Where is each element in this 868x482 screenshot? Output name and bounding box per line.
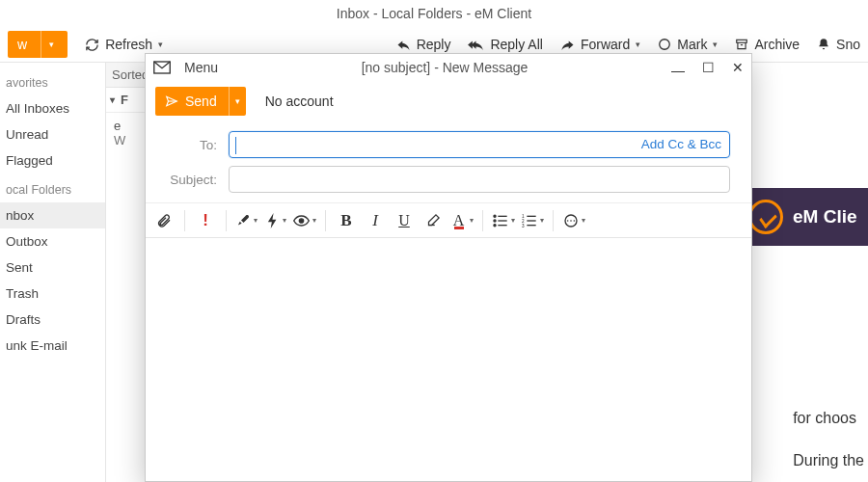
new-button[interactable]: w ▾ xyxy=(8,31,68,58)
sidebar: avorites All Inboxes Unread Flagged ocal… xyxy=(0,63,106,482)
sidebar-item-flagged[interactable]: Flagged xyxy=(0,147,105,174)
reply-icon xyxy=(396,39,411,50)
forward-icon xyxy=(560,39,575,50)
bullet-list-icon xyxy=(493,214,508,228)
brush-icon xyxy=(236,213,251,228)
eye-icon xyxy=(293,215,310,227)
reply-button[interactable]: Reply xyxy=(396,37,451,52)
more-icon xyxy=(563,213,579,228)
new-button-label: w xyxy=(8,31,35,58)
account-selector[interactable]: No account xyxy=(265,94,334,109)
to-input[interactable]: Add Cc & Bcc xyxy=(229,131,730,158)
close-button[interactable]: ✕ xyxy=(732,61,744,74)
refresh-button[interactable]: Refresh ▾ xyxy=(85,37,163,52)
svg-rect-1 xyxy=(737,40,747,42)
sidebar-section-favorites: avorites xyxy=(0,67,105,95)
chevron-down-icon[interactable]: ▾ xyxy=(283,216,286,225)
compose-title: [no subject] - New Message xyxy=(231,60,658,75)
bullet-list-button[interactable]: ▾ xyxy=(491,208,516,233)
more-format-button[interactable]: ▾ xyxy=(561,208,586,233)
chevron-down-icon[interactable]: ▾ xyxy=(582,216,585,225)
sidebar-section-local-folders: ocal Folders xyxy=(0,174,105,202)
eraser-icon xyxy=(426,213,441,228)
svg-point-0 xyxy=(660,40,670,50)
mark-button[interactable]: Mark ▾ xyxy=(658,37,718,52)
chevron-down-icon[interactable]: ▾ xyxy=(713,40,718,49)
sidebar-item-unread[interactable]: Unread xyxy=(0,121,105,147)
chevron-down-icon[interactable]: ▾ xyxy=(254,216,258,225)
subject-input[interactable] xyxy=(229,166,730,193)
svg-point-6 xyxy=(493,219,495,221)
attach-button[interactable] xyxy=(151,208,176,233)
refresh-label: Refresh xyxy=(105,37,152,52)
italic-button[interactable]: I xyxy=(363,208,388,233)
font-color-button[interactable]: A▾ xyxy=(449,208,475,233)
archive-label: Archive xyxy=(754,37,800,52)
send-icon xyxy=(165,94,178,108)
underline-button[interactable]: U xyxy=(392,208,417,233)
window-title: Inbox - Local Folders - eM Client xyxy=(0,0,868,27)
format-toolbar: ! ▾ ▾ ▾ B I U A▾ xyxy=(146,203,751,238)
date-group-label: F xyxy=(121,93,128,107)
chevron-down-icon[interactable]: ▾ xyxy=(312,216,316,225)
svg-point-4 xyxy=(493,215,495,217)
archive-button[interactable]: Archive xyxy=(735,37,800,52)
lightning-icon xyxy=(266,213,280,228)
chevron-down-icon[interactable]: ▾ xyxy=(636,40,640,49)
chevron-down-icon[interactable]: ▾ xyxy=(41,31,62,58)
svg-point-19 xyxy=(573,220,575,222)
svg-point-3 xyxy=(299,218,303,222)
priority-button[interactable]: ! xyxy=(193,208,218,233)
numbered-list-icon: 123 xyxy=(522,214,537,228)
chevron-down-icon[interactable]: ▾ xyxy=(511,216,515,225)
add-cc-bcc-link[interactable]: Add Cc & Bcc xyxy=(641,137,721,151)
read-receipt-button[interactable]: ▾ xyxy=(292,208,317,233)
svg-point-17 xyxy=(566,220,568,222)
snooze-button[interactable]: Sno xyxy=(817,37,860,52)
sidebar-item-trash[interactable]: Trash xyxy=(0,281,105,307)
compose-menu-button[interactable]: Menu xyxy=(184,60,218,75)
reader-body-text: for choos During the xyxy=(793,410,864,469)
subject-label: Subject: xyxy=(167,173,217,187)
sidebar-item-outbox[interactable]: Outbox xyxy=(0,228,105,254)
envelope-icon xyxy=(153,61,171,74)
compose-send-row: Send ▾ No account xyxy=(146,81,751,121)
compose-body-editor[interactable] xyxy=(146,238,751,481)
send-button[interactable]: Send ▾ xyxy=(155,87,246,116)
chevron-down-icon[interactable]: ▾ xyxy=(540,216,544,225)
forward-label: Forward xyxy=(581,37,630,52)
sidebar-item-inbox[interactable]: nbox xyxy=(0,202,105,228)
send-dropdown[interactable]: ▾ xyxy=(229,87,246,116)
reply-all-button[interactable]: Reply All xyxy=(468,37,542,52)
reply-label: Reply xyxy=(417,37,451,52)
numbered-list-button[interactable]: 123 ▾ xyxy=(520,208,545,233)
chevron-down-icon: ▾ xyxy=(110,94,115,105)
refresh-icon xyxy=(85,38,99,52)
brand-text: eM Clie xyxy=(793,206,857,228)
bold-button[interactable]: B xyxy=(334,208,359,233)
send-button-label: Send xyxy=(185,94,217,109)
sidebar-item-drafts[interactable]: Drafts xyxy=(0,307,105,333)
archive-icon xyxy=(735,38,748,51)
maximize-button[interactable]: ☐ xyxy=(702,61,715,74)
chevron-down-icon[interactable]: ▾ xyxy=(470,216,474,225)
sidebar-item-all-inboxes[interactable]: All Inboxes xyxy=(0,95,105,121)
chevron-down-icon[interactable]: ▾ xyxy=(158,40,163,49)
emclient-logo-icon xyxy=(748,200,783,234)
minimize-button[interactable]: — xyxy=(671,64,685,77)
compose-titlebar: Menu [no subject] - New Message — ☐ ✕ xyxy=(146,54,751,81)
mark-icon xyxy=(658,38,671,51)
clear-format-button[interactable] xyxy=(420,208,446,233)
compose-window: Menu [no subject] - New Message — ☐ ✕ Se… xyxy=(145,53,752,482)
svg-point-18 xyxy=(570,220,572,222)
svg-text:3: 3 xyxy=(522,223,525,227)
text-highlight-button[interactable]: ▾ xyxy=(234,208,259,233)
compose-header-fields: To: Add Cc & Bcc Subject: xyxy=(146,121,751,203)
mark-label: Mark xyxy=(677,37,707,52)
sidebar-item-sent[interactable]: Sent xyxy=(0,254,105,281)
quicktext-button[interactable]: ▾ xyxy=(263,208,288,233)
sidebar-item-junk[interactable]: unk E-mail xyxy=(0,333,105,359)
forward-button[interactable]: Forward ▾ xyxy=(560,37,640,52)
svg-point-8 xyxy=(493,224,495,226)
paperclip-icon xyxy=(156,213,172,228)
